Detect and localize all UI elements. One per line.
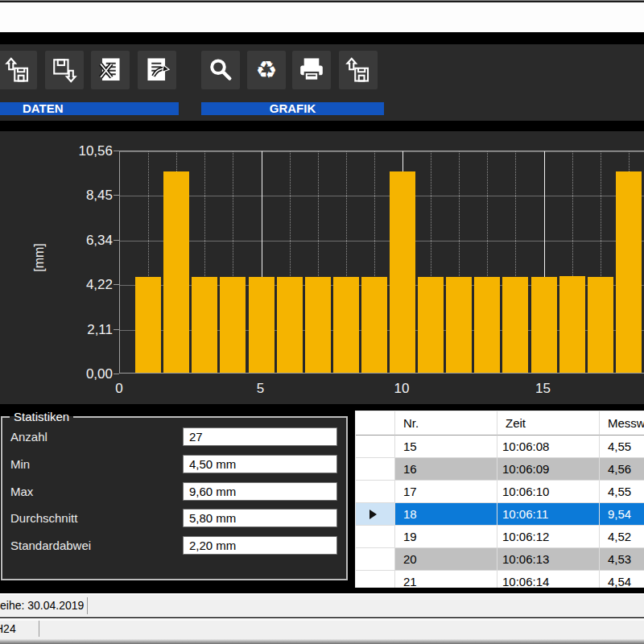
row-selector-cell[interactable] <box>356 458 395 481</box>
table-column-header-nr[interactable]: Nr. <box>395 411 497 436</box>
table-cell[interactable]: 4,53 <box>600 548 644 571</box>
export-document-button[interactable] <box>138 51 176 89</box>
row-selector-cell[interactable] <box>356 503 395 526</box>
y-axis-label: [mm] <box>32 243 47 272</box>
print-button[interactable] <box>292 51 331 89</box>
chart-bar-4 <box>220 277 246 373</box>
data-table: Nr.ZeitMesswe1510:06:084,551610:06:094,5… <box>355 411 644 588</box>
status-bar-1: eihe: 30.04.2019 <box>0 593 644 617</box>
table-cell[interactable]: 17 <box>395 481 497 503</box>
delete-document-icon <box>96 56 125 85</box>
table-corner-cell <box>356 411 395 436</box>
delete-document-button[interactable] <box>91 51 130 89</box>
save-graphic-icon <box>344 56 373 85</box>
table-row-20[interactable]: 2010:06:134,53 <box>356 548 644 571</box>
y-tick-label: 6,34 <box>55 233 113 249</box>
divider-band-top <box>0 32 644 44</box>
save-to-disk-icon <box>50 56 79 85</box>
stat-value-durchschnitt[interactable]: 5,80 mm <box>183 509 337 527</box>
table-cell[interactable]: 16 <box>395 458 497 481</box>
h-gridline <box>120 151 644 152</box>
y-tick-mark <box>114 329 119 330</box>
divider-band-mid <box>0 121 644 131</box>
table-cell[interactable]: 4,55 <box>600 436 644 458</box>
stat-value-min[interactable]: 4,50 mm <box>183 455 337 473</box>
chart-bar-2 <box>163 171 189 373</box>
load-from-disk-button[interactable] <box>0 51 37 89</box>
statistics-title: Statistiken <box>10 410 73 423</box>
stat-label-max: Max <box>10 485 33 498</box>
chart-bar-14 <box>502 277 528 373</box>
table-cell[interactable]: 19 <box>395 526 497 548</box>
status-text-device: H24 <box>0 622 16 635</box>
x-tick-label: 0 <box>103 381 135 397</box>
table-row-21[interactable]: 2110:06:144,54 <box>356 571 644 588</box>
table-cell[interactable]: 21 <box>395 571 497 588</box>
row-selector-cell[interactable] <box>356 548 395 571</box>
table-cell[interactable]: 18 <box>395 503 497 526</box>
title-bar <box>0 2 644 32</box>
y-tick-label: 8,45 <box>55 188 113 204</box>
row-selector-cell[interactable] <box>356 436 395 458</box>
y-tick-mark <box>114 195 119 196</box>
stat-value-max[interactable]: 9,60 mm <box>183 482 337 501</box>
stat-value-standardabwei[interactable]: 2,20 mm <box>183 536 337 555</box>
h-gridline <box>120 196 644 196</box>
load-from-disk-icon <box>3 56 32 85</box>
table-cell[interactable]: 10:06:10 <box>497 481 600 503</box>
stat-value-anzahl[interactable]: 27 <box>183 427 337 446</box>
x-tick-label: 5 <box>245 381 277 397</box>
toolbar: ♻ DATEN GRAFIK <box>0 44 644 121</box>
print-icon <box>297 56 326 85</box>
save-to-disk-button[interactable] <box>45 51 84 89</box>
refresh-recycle-button[interactable]: ♻ <box>247 51 286 89</box>
chart-bar-7 <box>305 277 331 373</box>
row-selector-cell[interactable] <box>356 481 395 503</box>
chart-bar-18 <box>616 171 642 373</box>
stat-label-standardabwei: Standardabwei <box>10 539 91 552</box>
h-gridline <box>120 241 644 242</box>
table-row-17[interactable]: 1710:06:104,55 <box>356 481 644 503</box>
stat-label-min: Min <box>10 457 30 471</box>
table-cell[interactable]: 10:06:14 <box>497 571 600 588</box>
x-tick-label: 15 <box>527 381 559 397</box>
y-tick-label: 10,56 <box>55 143 113 159</box>
table-column-header-zeit[interactable]: Zeit <box>497 411 600 436</box>
save-graphic-button[interactable] <box>339 51 378 89</box>
row-selector-cell[interactable] <box>356 571 395 588</box>
chart-bar-12 <box>446 277 472 373</box>
y-tick-label: 0,00 <box>55 366 113 382</box>
table-cell[interactable]: 10:06:11 <box>497 503 600 526</box>
status-text-date: eihe: 30.04.2019 <box>0 599 84 612</box>
y-tick-mark <box>114 374 119 374</box>
table-cell[interactable]: 15 <box>395 436 497 458</box>
app-window: ♻ DATEN GRAFIK [mm] 0,002,114,226,348,45… <box>0 0 644 644</box>
table-row-18[interactable]: 1810:06:119,54 <box>356 503 644 526</box>
table-cell[interactable]: 4,52 <box>600 526 644 548</box>
table-cell[interactable]: 10:06:08 <box>497 436 600 458</box>
stat-label-anzahl: Anzahl <box>10 430 47 444</box>
chart-bar-3 <box>192 277 217 373</box>
export-document-icon <box>142 56 171 85</box>
table-row-15[interactable]: 1510:06:084,55 <box>356 436 644 458</box>
chart-bar-10 <box>390 171 415 373</box>
table-cell[interactable]: 4,55 <box>600 481 644 503</box>
table-row-19[interactable]: 1910:06:124,52 <box>356 526 644 548</box>
chart-plot-area <box>119 151 644 374</box>
table-column-header-messwe[interactable]: Messwe <box>600 411 644 436</box>
table-cell[interactable]: 10:06:13 <box>497 548 600 571</box>
table-header-row: Nr.ZeitMesswe <box>356 411 644 436</box>
window-bottom-edge <box>0 639 644 644</box>
table-cell[interactable]: 9,54 <box>600 503 644 526</box>
table-cell[interactable]: 10:06:12 <box>497 526 600 548</box>
zoom-button[interactable] <box>201 51 240 89</box>
table-cell[interactable]: 4,56 <box>600 458 644 481</box>
chart-bar-9 <box>361 277 387 373</box>
chart-bar-1 <box>135 277 161 373</box>
table-cell[interactable]: 20 <box>395 548 497 571</box>
y-tick-label: 4,22 <box>55 277 113 293</box>
row-selector-cell[interactable] <box>356 526 395 548</box>
table-row-16[interactable]: 1610:06:094,56 <box>356 458 644 481</box>
table-cell[interactable]: 10:06:09 <box>497 458 600 481</box>
table-cell[interactable]: 4,54 <box>600 571 644 588</box>
